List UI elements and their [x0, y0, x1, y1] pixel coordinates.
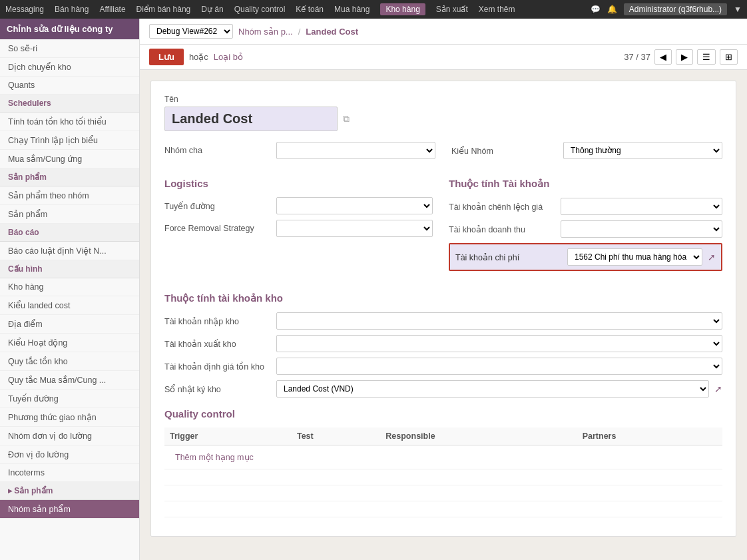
sidebar-item-quy-tac-ton-kho[interactable]: Quy tắc tồn kho [0, 352, 139, 371]
list-view-button[interactable]: ☰ [697, 49, 716, 65]
expense-account-highlighted-row: Tài khoản chi phí 1562 Chi phí thu mua h… [449, 243, 722, 271]
sidebar-company-header[interactable]: Chỉnh sửa dữ liệu công ty [0, 19, 139, 39]
sidebar-item-so-se-ri[interactable]: So sẽ-ri [0, 39, 139, 58]
revenue-account-select[interactable] [561, 220, 722, 238]
sidebar-item-dich-chuyen-kho[interactable]: Dịch chuyển kho [0, 58, 139, 77]
name-field-label: Tên [164, 95, 722, 104]
next-page-button[interactable]: ▶ [676, 49, 693, 65]
nav-messaging[interactable]: Messaging [5, 5, 44, 14]
removal-strategy-label: Force Removal Strategy [164, 224, 271, 233]
admin-label[interactable]: Administrator (q3f6rhub...) [624, 3, 727, 15]
price-diff-row: Tài khoản chênh lệch giá [449, 198, 722, 215]
route-select[interactable] [276, 197, 433, 214]
qc-col-trigger: Trigger [164, 427, 292, 445]
sidebar-section-san-pham: Sản phẩm [0, 168, 139, 186]
journal-ext-link-icon[interactable]: ➚ [714, 384, 722, 394]
nav-diem-ban-hang[interactable]: Điểm bán hàng [136, 5, 191, 14]
sidebar: Chỉnh sửa dữ liệu công ty So sẽ-ri Dịch … [0, 19, 140, 560]
sidebar-item-chay-trinh-lap[interactable]: Chạy Trình lập lịch biểu [0, 131, 139, 150]
nav-xem-them[interactable]: Xem thêm [479, 5, 515, 14]
or-text: hoặc [189, 52, 208, 62]
price-diff-select[interactable] [561, 198, 722, 215]
chat-icon[interactable]: 💬 [591, 5, 601, 14]
admin-dropdown-icon[interactable]: ▼ [734, 5, 742, 14]
sidebar-item-phuong-thuc-giao-nhan[interactable]: Phương thức giao nhận [0, 408, 139, 427]
notification-icon[interactable]: 🔔 [607, 5, 617, 14]
price-diff-label: Tài khoản chênh lệch giá [449, 202, 555, 212]
parent-group-row: Nhóm cha [164, 142, 435, 159]
nav-affiliate[interactable]: Affiliate [99, 5, 125, 14]
removal-strategy-select[interactable] [276, 220, 433, 237]
route-row: Tuyến đường [164, 197, 433, 214]
parent-group-label: Nhóm cha [164, 146, 271, 155]
sidebar-item-nhom-san-pham[interactable]: Nhóm sản phẩm [0, 500, 139, 519]
expense-account-select[interactable]: 1562 Chi phí thu mua hàng hóa [567, 248, 702, 266]
removal-strategy-row: Force Removal Strategy [164, 220, 433, 237]
sidebar-item-tuyen-duong[interactable]: Tuyến đường [0, 390, 139, 408]
qc-section-title: Quality control [164, 408, 722, 420]
parent-group-select[interactable] [276, 142, 435, 159]
name-input[interactable]: Landed Cost [164, 107, 338, 131]
sidebar-item-kieu-hoat-dong[interactable]: Kiểu Hoạt động [0, 334, 139, 352]
add-item-link[interactable]: Thêm một hạng mục [170, 449, 259, 465]
stock-valuation-row: Tài khoản định giá tồn kho [164, 358, 722, 375]
nav-du-an[interactable]: Dự án [201, 5, 223, 14]
sidebar-section-schedulers: Schedulers [0, 95, 139, 113]
form-card: Tên Landed Cost ⧉ Nhóm cha [150, 81, 736, 537]
prev-page-button[interactable]: ◀ [654, 49, 672, 65]
nav-ke-toan[interactable]: Kế toán [296, 5, 324, 14]
breadcrumb-bar: Debug View#262 Nhóm sản p... / Landed Co… [140, 19, 747, 45]
qc-add-row: Thêm một hạng mục [164, 445, 722, 469]
revenue-account-label: Tài khoản doanh thu [449, 224, 555, 234]
group-type-select[interactable]: Thông thường [563, 142, 722, 159]
nav-mua-hang[interactable]: Mua hàng [334, 5, 370, 14]
name-edit-icon[interactable]: ⧉ [343, 113, 350, 125]
journal-label: Sổ nhật ký kho [164, 384, 271, 394]
stock-valuation-select[interactable] [276, 358, 722, 375]
discard-button[interactable]: Loại bỏ [214, 52, 243, 62]
sidebar-item-don-vi-do-luong[interactable]: Đơn vị đo lường [0, 445, 139, 464]
nav-ban-hang[interactable]: Bán hàng [55, 5, 89, 14]
nav-quality-control[interactable]: Quality control [234, 5, 286, 14]
sidebar-section-san-pham-2: ▸ Sản phẩm [0, 482, 139, 500]
sidebar-item-quy-tac-mua-sam[interactable]: Quy tắc Mua sắm/Cung ... [0, 371, 139, 390]
qc-col-partners: Partners [577, 427, 722, 445]
debug-view-selector[interactable]: Debug View#262 [149, 24, 233, 39]
wh-account-section: Thuộc tính tài khoản kho Tài khoản nhập … [164, 292, 722, 398]
stock-in-select[interactable] [276, 312, 722, 330]
save-button[interactable]: Lưu [149, 49, 184, 65]
revenue-account-row: Tài khoản doanh thu [449, 220, 722, 238]
grid-view-button[interactable]: ⊞ [720, 49, 738, 65]
group-type-label: Kiểu Nhóm [451, 146, 558, 156]
stock-in-row: Tài khoản nhập kho [164, 312, 722, 330]
sidebar-section-bao-cao: Báo cáo [0, 224, 139, 242]
route-label: Tuyến đường [164, 201, 271, 211]
nav-san-xuat[interactable]: Sản xuất [436, 5, 468, 14]
sidebar-item-kieu-landed-cost[interactable]: Kiểu landed cost [0, 296, 139, 315]
stock-valuation-label: Tài khoản định giá tồn kho [164, 362, 271, 372]
sidebar-item-quants[interactable]: Quants [0, 77, 139, 95]
sidebar-item-kho-hang[interactable]: Kho hàng [0, 278, 139, 296]
sidebar-item-san-pham-theo-nhom[interactable]: Sản phẩm theo nhóm [0, 186, 139, 205]
stock-out-select[interactable] [276, 335, 722, 352]
journal-select[interactable]: Landed Cost (VND) [276, 380, 709, 398]
logistics-column: Logistics Tuyến đường Force Removal Stra… [164, 175, 433, 282]
sidebar-item-incoterms[interactable]: Incoterms [0, 464, 139, 482]
expense-account-ext-link-icon[interactable]: ➚ [708, 252, 716, 262]
sidebar-item-mua-sam-cung-ung[interactable]: Mua sắm/Cung ứng [0, 150, 139, 168]
stock-in-label: Tài khoản nhập kho [164, 316, 271, 326]
sidebar-item-san-pham[interactable]: Sản phẩm [0, 205, 139, 224]
account-attributes-column: Thuộc tính Tài khoản Tài khoản chênh lệc… [449, 175, 722, 271]
qc-col-test: Test [292, 427, 380, 445]
qc-empty-row-1 [164, 469, 722, 485]
sidebar-item-dia-diem[interactable]: Địa điểm [0, 315, 139, 334]
breadcrumb-group-link[interactable]: Nhóm sản p... [238, 27, 293, 37]
sidebar-item-nhom-don-vi-do-luong[interactable]: Nhóm đơn vị đo lường [0, 427, 139, 445]
nav-kho-hang[interactable]: Kho hàng [380, 3, 425, 15]
sidebar-item-tinh-toan-ton-kho[interactable]: Tính toán tồn kho tối thiểu [0, 113, 139, 131]
top-navigation: Messaging Bán hàng Affiliate Điểm bán hà… [0, 0, 747, 19]
parent-group-type-row: Nhóm cha Kiểu Nhóm Thông thường [164, 142, 722, 164]
qc-empty-row-2 [164, 485, 722, 501]
sidebar-item-bao-cao-luat-dinh[interactable]: Báo cáo luật định Việt N... [0, 242, 139, 260]
sidebar-section-cau-hinh: Cấu hình [0, 260, 139, 278]
